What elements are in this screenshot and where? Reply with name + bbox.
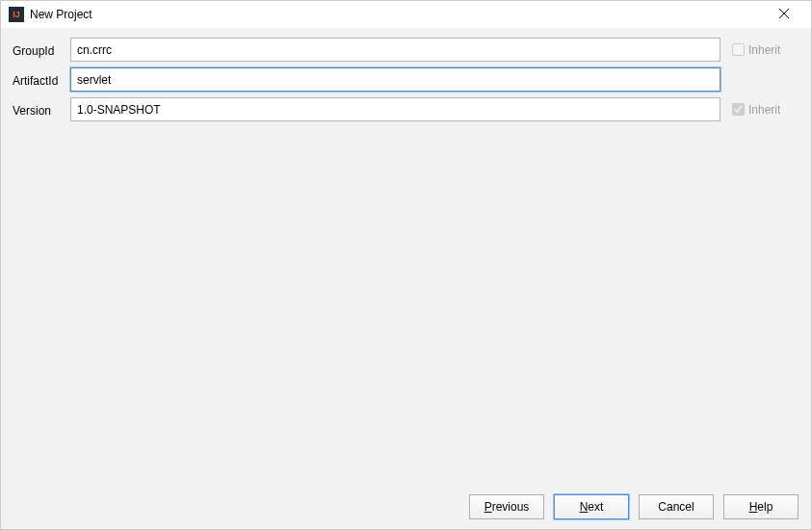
next-button[interactable]: Next	[554, 494, 629, 519]
close-icon	[778, 7, 790, 22]
previous-button[interactable]: Previous	[469, 494, 544, 519]
artifactid-input[interactable]	[70, 67, 720, 92]
form-area: GroupId Inherit ArtifactId Version Inher…	[1, 28, 811, 121]
next-rest: ext	[588, 500, 603, 514]
version-inherit-checkbox[interactable]	[732, 103, 745, 116]
row-artifactid: ArtifactId	[13, 67, 799, 92]
help-button[interactable]: Help	[723, 494, 799, 519]
artifactid-label: ArtifactId	[13, 71, 70, 88]
button-bar: Previous Next Cancel Help	[0, 484, 812, 530]
version-label: Version	[13, 101, 70, 118]
version-inherit[interactable]: Inherit	[732, 103, 799, 117]
previous-rest: revious	[492, 500, 530, 514]
help-rest: elp	[757, 500, 773, 514]
groupid-inherit-label: Inherit	[748, 43, 780, 57]
groupid-inherit-checkbox[interactable]	[732, 43, 745, 56]
close-button[interactable]	[765, 1, 803, 28]
version-input[interactable]	[70, 97, 720, 121]
row-groupid: GroupId Inherit	[13, 38, 799, 62]
groupid-input[interactable]	[70, 38, 720, 62]
cancel-button[interactable]: Cancel	[639, 494, 714, 519]
app-icon: IJ	[9, 7, 24, 22]
window-title: New Project	[30, 8, 765, 21]
groupid-label: GroupId	[13, 41, 70, 58]
version-inherit-label: Inherit	[748, 103, 780, 117]
row-version: Version Inherit	[13, 97, 799, 121]
titlebar: IJ New Project	[1, 1, 811, 28]
groupid-inherit[interactable]: Inherit	[732, 43, 799, 57]
